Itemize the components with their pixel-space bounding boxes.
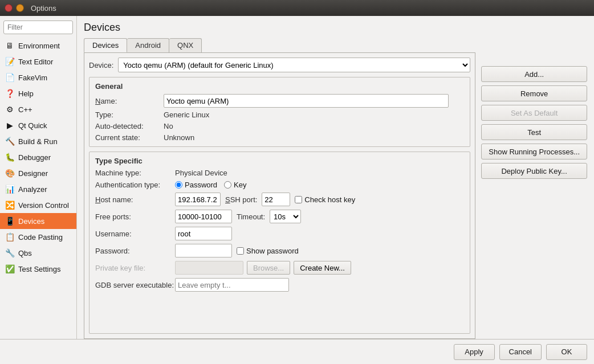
sidebar-item-build-run[interactable]: 🔨 Build & Run — [0, 133, 76, 149]
sidebar-item-qbs[interactable]: 🔧 Qbs — [0, 245, 76, 261]
host-name-input[interactable] — [175, 193, 221, 206]
qt-quick-icon: ▶ — [5, 120, 15, 130]
sidebar-item-designer[interactable]: 🎨 Designer — [0, 165, 76, 181]
general-title: General — [95, 82, 464, 91]
auth-password-radio[interactable] — [175, 181, 182, 189]
name-input[interactable] — [164, 94, 449, 108]
sidebar-item-qt-quick[interactable]: ▶ Qt Quick — [0, 117, 76, 133]
cancel-button[interactable]: Cancel — [499, 344, 542, 360]
sidebar-item-analyzer[interactable]: 📊 Analyzer — [0, 181, 76, 197]
create-new-button[interactable]: Create New... — [294, 261, 351, 275]
sidebar-item-label: Help — [18, 89, 34, 98]
device-label: Device: — [89, 61, 113, 69]
analyzer-icon: 📊 — [5, 184, 15, 194]
designer-icon: 🎨 — [5, 168, 15, 178]
close-button[interactable] — [5, 4, 13, 12]
current-state-label: Current state: — [95, 133, 164, 142]
auth-key-radio[interactable] — [224, 181, 231, 189]
tabs-row: Devices Android QNX — [84, 38, 587, 52]
ssh-port-input[interactable] — [262, 193, 290, 206]
auto-detected-label: Auto-detected: — [95, 122, 164, 130]
private-key-input[interactable] — [175, 261, 243, 275]
sidebar-item-label: Qbs — [18, 249, 32, 257]
check-host-key-label: Check host key — [304, 195, 355, 204]
sidebar-item-label: Devices — [18, 217, 44, 226]
sidebar: 🖥 Environment 📝 Text Editor 📄 FakeVim ❓ … — [0, 16, 77, 339]
options-window: Options 🖥 Environment 📝 Text Editor 📄 Fa… — [0, 0, 594, 364]
current-state-value: Unknown — [164, 133, 464, 142]
timeout-select[interactable]: 10s — [270, 210, 301, 223]
gdb-executable-input[interactable] — [175, 278, 289, 292]
auth-key-option[interactable]: Key — [224, 181, 246, 189]
tab-qnx[interactable]: QNX — [169, 38, 202, 52]
ok-button[interactable]: OK — [546, 344, 587, 360]
main-area: 🖥 Environment 📝 Text Editor 📄 FakeVim ❓ … — [0, 16, 594, 339]
code-pasting-icon: 📋 — [5, 232, 15, 242]
auth-type-label: Authentication type: — [95, 181, 175, 189]
free-ports-row: Timeout: 10s — [175, 210, 464, 223]
name-label: Name: — [95, 97, 164, 105]
sidebar-item-test-settings[interactable]: ✅ Test Settings — [0, 261, 76, 277]
minimize-button[interactable] — [16, 4, 24, 12]
filter-input[interactable] — [3, 21, 73, 34]
remove-button[interactable]: Remove — [481, 85, 587, 101]
sidebar-item-label: Analyzer — [18, 185, 47, 194]
timeout-label: Timeout: — [237, 212, 265, 221]
right-buttons: Add... Remove Set As Default Test Show R… — [481, 52, 587, 339]
host-name-label: Host name: — [95, 195, 175, 204]
sidebar-item-text-editor[interactable]: 📝 Text Editor — [0, 54, 76, 69]
auth-password-label: Password — [185, 181, 217, 189]
sidebar-item-label: Test Settings — [18, 265, 60, 273]
password-label: Password: — [95, 247, 175, 255]
sidebar-item-label: Environment — [18, 42, 60, 50]
username-input[interactable] — [175, 227, 232, 240]
sidebar-item-code-pasting[interactable]: 📋 Code Pasting — [0, 229, 76, 245]
tab-android[interactable]: Android — [127, 38, 169, 52]
password-row: Show password — [175, 244, 464, 257]
username-label: Username: — [95, 230, 175, 238]
check-host-key-option[interactable]: Check host key — [295, 195, 355, 204]
free-ports-label: Free ports: — [95, 212, 175, 221]
sidebar-item-environment[interactable]: 🖥 Environment — [0, 38, 76, 54]
debugger-icon: 🐛 — [5, 152, 15, 162]
deploy-public-key-button[interactable]: Deploy Public Key... — [481, 163, 587, 179]
ssh-port-label: SSH port: — [225, 195, 257, 204]
show-password-option[interactable]: Show password — [237, 247, 299, 255]
sidebar-item-label: Code Pasting — [18, 233, 63, 242]
sidebar-item-label: Text Editor — [18, 58, 53, 66]
host-name-row: SSH port: Check host key — [175, 193, 464, 206]
test-button[interactable]: Test — [481, 124, 587, 140]
general-section: General Name: Type: Generic Linux Auto-d… — [89, 77, 470, 147]
page-title: Devices — [84, 22, 587, 34]
show-password-checkbox[interactable] — [237, 247, 244, 255]
sidebar-item-help[interactable]: ❓ Help — [0, 85, 76, 101]
sidebar-item-devices[interactable]: 📱 Devices — [0, 213, 76, 229]
free-ports-input[interactable] — [175, 210, 232, 223]
panel-area: Device: Yocto qemu (ARM) (default for Ge… — [84, 52, 587, 339]
test-settings-icon: ✅ — [5, 264, 15, 274]
device-selector-row: Device: Yocto qemu (ARM) (default for Ge… — [89, 58, 470, 72]
sidebar-item-cpp[interactable]: ⚙ C++ — [0, 101, 76, 117]
auth-password-option[interactable]: Password — [175, 181, 217, 189]
add-button[interactable]: Add... — [481, 66, 587, 82]
tab-devices[interactable]: Devices — [84, 38, 127, 52]
version-control-icon: 🔀 — [5, 200, 15, 210]
gdb-executable-label: GDB server executable: — [95, 281, 175, 289]
build-run-icon: 🔨 — [5, 136, 15, 146]
sidebar-item-version-control[interactable]: 🔀 Version Control — [0, 197, 76, 213]
fakevim-icon: 📄 — [5, 72, 15, 83]
check-host-key-checkbox[interactable] — [295, 196, 302, 203]
sidebar-item-debugger[interactable]: 🐛 Debugger — [0, 149, 76, 165]
password-input[interactable] — [175, 244, 232, 257]
show-running-processes-button[interactable]: Show Running Processes... — [481, 144, 587, 159]
show-password-label: Show password — [246, 247, 299, 255]
device-dropdown[interactable]: Yocto qemu (ARM) (default for Generic Li… — [118, 58, 470, 72]
sidebar-item-label: Designer — [18, 169, 48, 178]
apply-button[interactable]: Apply — [454, 344, 495, 360]
machine-type-value: Physical Device — [175, 169, 464, 177]
set-as-default-button[interactable]: Set As Default — [481, 105, 587, 121]
sidebar-item-label: FakeVim — [18, 73, 47, 82]
browse-button[interactable]: Browse... — [247, 261, 290, 275]
private-key-label: Private key file: — [95, 264, 175, 272]
sidebar-item-fakevim[interactable]: 📄 FakeVim — [0, 69, 76, 85]
